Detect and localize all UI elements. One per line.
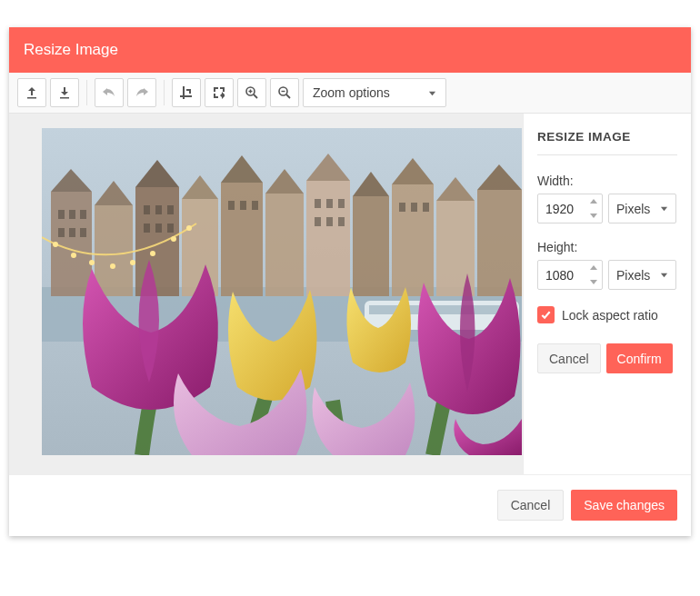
svg-rect-24 <box>477 190 522 296</box>
panel-heading: RESIZE IMAGE <box>537 130 677 155</box>
zoom-out-icon <box>277 85 292 100</box>
toolbar-divider <box>86 80 87 105</box>
svg-point-55 <box>150 251 155 256</box>
resize-icon <box>212 85 226 100</box>
svg-rect-12 <box>221 183 263 296</box>
download-button[interactable] <box>50 78 79 107</box>
zoom-out-button[interactable] <box>270 78 299 107</box>
svg-rect-44 <box>315 217 321 226</box>
redo-icon <box>135 85 149 100</box>
svg-point-52 <box>89 260 95 265</box>
zoom-options-dropdown[interactable]: Zoom options <box>303 78 446 107</box>
dialog-footer: Cancel Save changes <box>9 474 691 536</box>
svg-point-51 <box>71 253 76 258</box>
svg-rect-30 <box>69 228 75 237</box>
zoom-in-icon <box>245 85 259 100</box>
width-unit-label: Pixels <box>616 202 650 216</box>
chevron-down-icon <box>590 279 597 284</box>
upload-button[interactable] <box>17 78 46 107</box>
footer-save-button[interactable]: Save changes <box>571 490 677 521</box>
content-area: RESIZE IMAGE Width: Pixels Height: <box>9 114 691 474</box>
panel-cancel-button[interactable]: Cancel <box>537 343 601 373</box>
image-canvas[interactable] <box>9 114 523 474</box>
check-icon <box>540 309 552 321</box>
svg-rect-33 <box>155 205 162 214</box>
height-step-down[interactable] <box>585 275 602 290</box>
svg-rect-20 <box>392 184 434 296</box>
dropdown-triangle-icon <box>428 89 436 97</box>
svg-rect-38 <box>228 201 235 210</box>
svg-rect-27 <box>69 210 75 219</box>
width-label: Width: <box>537 174 677 188</box>
undo-icon <box>102 85 116 100</box>
lock-aspect-label: Lock aspect ratio <box>562 308 658 323</box>
chevron-up-icon <box>590 199 597 204</box>
svg-rect-29 <box>58 228 65 237</box>
undo-button[interactable] <box>95 78 124 107</box>
chevron-down-icon <box>590 213 597 218</box>
svg-rect-28 <box>80 210 86 219</box>
svg-rect-41 <box>315 199 321 208</box>
svg-rect-59 <box>369 305 515 314</box>
svg-rect-18 <box>353 196 389 296</box>
dialog-title: Resize Image <box>24 41 118 58</box>
toolbar-divider <box>164 80 165 105</box>
svg-rect-49 <box>423 203 429 212</box>
upload-icon <box>25 85 39 100</box>
preview-image <box>42 128 522 455</box>
width-step-down[interactable] <box>585 209 602 224</box>
svg-rect-40 <box>252 201 258 210</box>
height-step-up[interactable] <box>585 261 602 275</box>
svg-point-56 <box>171 236 176 242</box>
svg-point-54 <box>130 260 135 265</box>
svg-rect-16 <box>306 181 350 296</box>
height-unit-dropdown[interactable]: Pixels <box>608 260 676 290</box>
svg-rect-32 <box>144 205 150 214</box>
zoom-in-button[interactable] <box>237 78 266 107</box>
panel-confirm-button[interactable]: Confirm <box>606 343 673 373</box>
svg-rect-46 <box>338 217 345 226</box>
lock-aspect-checkbox[interactable] <box>537 306 555 323</box>
svg-point-50 <box>53 242 58 247</box>
dropdown-triangle-icon <box>660 271 668 279</box>
toolbar: Zoom options <box>9 73 691 114</box>
dropdown-triangle-icon <box>660 204 668 213</box>
svg-rect-26 <box>58 210 65 219</box>
svg-rect-34 <box>167 205 174 214</box>
svg-rect-31 <box>80 228 86 237</box>
svg-rect-48 <box>411 203 417 212</box>
redo-button[interactable] <box>127 78 156 107</box>
svg-point-53 <box>110 263 115 269</box>
svg-rect-47 <box>399 203 405 212</box>
svg-rect-36 <box>155 224 162 233</box>
crop-icon <box>179 85 194 100</box>
svg-rect-35 <box>144 224 150 233</box>
resize-panel: RESIZE IMAGE Width: Pixels Height: <box>523 114 691 474</box>
width-unit-dropdown[interactable]: Pixels <box>608 194 676 224</box>
crop-button[interactable] <box>172 78 201 107</box>
svg-rect-42 <box>326 199 333 208</box>
svg-rect-14 <box>265 194 304 296</box>
height-unit-label: Pixels <box>616 268 650 283</box>
width-step-up[interactable] <box>585 194 602 209</box>
svg-rect-6 <box>95 205 133 296</box>
zoom-options-label: Zoom options <box>313 85 390 100</box>
download-icon <box>57 85 72 100</box>
chevron-up-icon <box>590 265 597 271</box>
svg-rect-43 <box>338 199 345 208</box>
resize-button[interactable] <box>205 78 234 107</box>
svg-rect-37 <box>167 224 174 233</box>
svg-point-57 <box>186 225 192 231</box>
height-label: Height: <box>537 240 677 254</box>
svg-rect-8 <box>135 187 179 296</box>
svg-rect-39 <box>240 201 246 210</box>
footer-cancel-button[interactable]: Cancel <box>497 490 565 521</box>
dialog-header: Resize Image <box>9 27 691 73</box>
resize-image-dialog: Resize Image Zoom options <box>9 27 691 536</box>
svg-rect-45 <box>326 217 333 226</box>
